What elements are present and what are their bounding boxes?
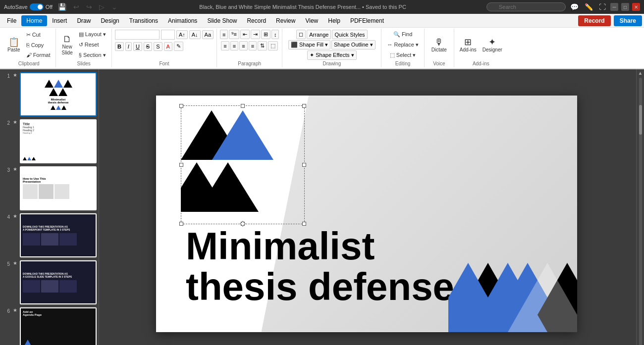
redo-icon[interactable]: ↪ [85, 1, 94, 12]
svg-marker-14 [274, 110, 305, 160]
menu-record[interactable]: Record [242, 15, 271, 26]
thumb6-tri [23, 340, 33, 345]
designer-button[interactable]: ✦ Designer [480, 36, 505, 54]
slide-item-3[interactable]: 3 ★ How to Use This Presentation [2, 166, 97, 210]
addins-button[interactable]: ⊞ Add-ins [457, 36, 479, 54]
section-button[interactable]: § Section ▾ [76, 50, 108, 60]
quick-styles-button[interactable]: Quick Styles [332, 30, 367, 39]
editing-group: 🔍 Find ↔ Replace ▾ ⬚ Select ▾ Editing [381, 29, 424, 67]
highlight-button[interactable]: ✎ [174, 42, 183, 51]
line-spacing-button[interactable]: ↕ [271, 30, 279, 39]
triangle-group-top[interactable] [181, 105, 305, 224]
font-name-input[interactable] [115, 30, 160, 40]
increase-font-button[interactable]: A↑ [176, 30, 188, 39]
record-button[interactable]: Record [578, 15, 610, 26]
underline-button[interactable]: U [133, 42, 142, 51]
menu-help[interactable]: Help [323, 15, 345, 26]
maximize-button[interactable]: □ [621, 3, 629, 11]
reset-button[interactable]: ↺ Reset [76, 40, 108, 49]
share-button[interactable]: Share [614, 15, 642, 26]
slide-item-4[interactable]: 4 ★ DOWNLOAD THIS PRESENTATION ASA POWER… [2, 213, 97, 257]
format-painter-button[interactable]: 🖌 Format [24, 50, 53, 59]
present-icon[interactable]: ▷ [98, 1, 106, 12]
align-right-button[interactable]: ≡ [239, 41, 247, 50]
dictate-button[interactable]: 🎙 Dictate [429, 36, 449, 54]
font-size-input[interactable] [161, 30, 175, 40]
new-slide-button[interactable]: 🗋 New Slide [59, 33, 75, 57]
svg-marker-6 [56, 105, 61, 110]
select-button[interactable]: ⬚ Select ▾ [387, 50, 419, 60]
find-button[interactable]: 🔍 Find [391, 30, 415, 39]
font-color-button[interactable]: A [164, 42, 172, 51]
menu-slideshow[interactable]: Slide Show [202, 15, 242, 26]
scroll-up-button[interactable]: ▲ [637, 69, 644, 77]
copy-button[interactable]: ⎘ Copy [24, 41, 53, 49]
present-mode-icon[interactable]: ⛶ [597, 1, 607, 12]
decrease-indent-button[interactable]: ⇤ [240, 30, 250, 39]
menu-animations[interactable]: Animations [163, 15, 202, 26]
slides-label: Slides [77, 60, 91, 66]
more-tools-icon[interactable]: ⌄ [110, 1, 119, 12]
menu-review[interactable]: Review [271, 15, 300, 26]
paste-button[interactable]: 📋 Paste [5, 36, 23, 54]
slide-thumb-2[interactable]: Title Heading 1 Heading 2 Heading 3 [20, 119, 97, 163]
decrease-font-button[interactable]: A↓ [189, 30, 201, 39]
scrollbar-thumb-v[interactable] [639, 105, 642, 135]
menu-draw[interactable]: Draw [72, 15, 96, 26]
smart-art-button[interactable]: ⬚ [268, 41, 278, 50]
slide-item-2[interactable]: 2 ★ Title Heading 1 Heading 2 Heading 3 [2, 119, 97, 163]
slide-item-6[interactable]: 6 ★ Add anAgenda Page [2, 307, 97, 345]
menu-transitions[interactable]: Transitions [124, 15, 163, 26]
comments-icon[interactable]: 💬 [569, 1, 580, 12]
autosave-toggle[interactable] [30, 3, 44, 10]
layout-button[interactable]: ▤ Layout ▾ [76, 30, 108, 39]
shape-outline-button[interactable]: Shape Outline ▾ [331, 40, 376, 49]
cols-button[interactable]: ⊞ [261, 30, 270, 39]
menu-insert[interactable]: Insert [47, 15, 72, 26]
cut-button[interactable]: ✂ Cut [24, 30, 53, 40]
arrange-button[interactable]: Arrange [307, 30, 331, 39]
strikethrough-button[interactable]: S [144, 42, 152, 51]
minimize-button[interactable]: ─ [610, 3, 618, 11]
slide-thumb-4[interactable]: DOWNLOAD THIS PRESENTATION ASA POWERPOIN… [20, 213, 97, 257]
addins-label: Add-ins [473, 60, 489, 66]
menu-design[interactable]: Design [96, 15, 124, 26]
shadow-button[interactable]: S [154, 42, 162, 51]
text-direction-button[interactable]: ⇅ [258, 41, 267, 50]
pen-icon[interactable]: ✏️ [583, 1, 594, 12]
bullets-button[interactable]: ≡ [220, 30, 228, 39]
slide-thumb-5[interactable]: DOWNLOAD THIS PRESENTATION ASA GOOGLE SL… [20, 260, 97, 304]
slide-item-5[interactable]: 5 ★ DOWNLOAD THIS PRESENTATION ASA GOOGL… [2, 260, 97, 304]
replace-button[interactable]: ↔ Replace ▾ [384, 40, 421, 49]
shape-fill-button[interactable]: ⬛ Shape Fill ▾ [288, 40, 330, 49]
search-input[interactable] [486, 2, 566, 11]
close-button[interactable]: ✕ [632, 3, 640, 11]
menu-view[interactable]: View [300, 15, 323, 26]
italic-button[interactable]: I [125, 42, 132, 51]
slide-thumb-6[interactable]: Add anAgenda Page [20, 307, 97, 345]
slide-thumb-3[interactable]: How to Use This Presentation [20, 166, 97, 210]
thumb-tri-2 [54, 80, 63, 88]
thumb2-tri-1 [23, 157, 27, 160]
increase-indent-button[interactable]: ⇥ [251, 30, 260, 39]
slide-item-1[interactable]: 1 ★ Minimalistthesis def [2, 72, 97, 116]
menu-home[interactable]: Home [21, 15, 47, 26]
shapes-button[interactable]: ◻ [296, 30, 306, 39]
save-icon[interactable]: 💾 [56, 1, 68, 12]
menu-file[interactable]: File [2, 15, 21, 26]
shape-effects-button[interactable]: ✦ Shape Effects ▾ [307, 50, 356, 60]
numbering-button[interactable]: ⁹≡ [229, 30, 239, 39]
bold-button[interactable]: B [115, 42, 124, 51]
justify-button[interactable]: ≡ [249, 41, 257, 50]
svg-marker-0 [45, 80, 54, 88]
clipboard-group: 📋 Paste ✂ Cut ⎘ Copy 🖌 Format Clipboard [2, 29, 56, 67]
undo-icon[interactable]: ↩ [72, 1, 81, 12]
center-button[interactable]: ≡ [230, 41, 238, 50]
addins-content: ⊞ Add-ins ✦ Designer [457, 30, 505, 60]
slide-panel[interactable]: 1 ★ Minimalistthesis def [0, 69, 99, 345]
align-left-button[interactable]: ≡ [221, 41, 229, 50]
right-scrollbar[interactable]: ▲ ▼ [636, 69, 644, 345]
clear-format-button[interactable]: Aa [202, 30, 214, 39]
menu-pdfelement[interactable]: PDFElement [345, 15, 389, 26]
slide-thumb-1[interactable]: Minimalistthesis defense [20, 72, 97, 116]
